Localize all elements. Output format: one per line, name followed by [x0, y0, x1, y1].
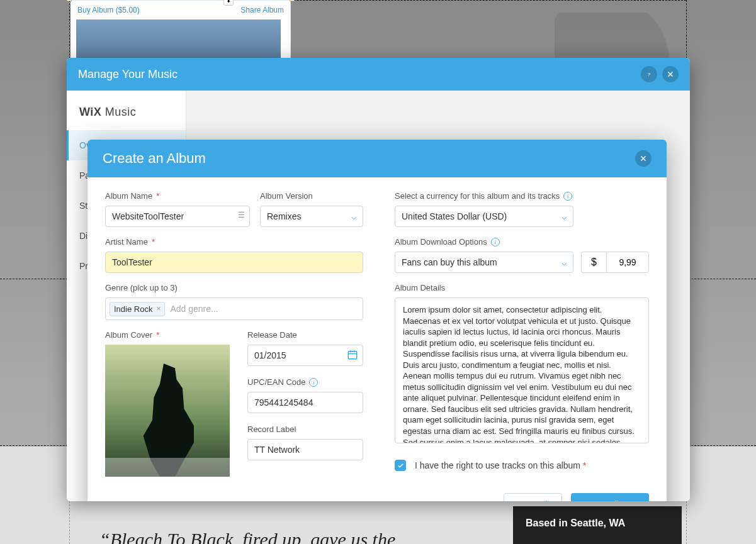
info-icon[interactable]: i [309, 378, 318, 387]
rights-checkbox[interactable] [395, 460, 406, 471]
outer-modal-title: Manage Your Music [78, 68, 636, 81]
album-art [76, 19, 281, 64]
autofill-icon: ☰ [238, 211, 245, 219]
upc-label: UPC/EAN Codei [247, 377, 363, 387]
genre-label: Genre (pick up to 3) [105, 283, 363, 292]
record-label-input[interactable] [247, 439, 363, 460]
remove-tag-icon[interactable]: × [156, 304, 161, 313]
quote-text: “Bleach To Black, fired up, gave us the [99, 529, 395, 544]
inner-modal-title: Create an Album [103, 150, 630, 167]
create-album-modal: Create an Album Album Name* ☰ [87, 140, 667, 501]
inner-modal-header: Create an Album [87, 140, 667, 177]
release-date-input[interactable] [247, 345, 363, 366]
price-input[interactable] [606, 252, 649, 273]
close-button[interactable] [662, 66, 679, 82]
album-version-select[interactable]: Remixes⌵ [260, 206, 363, 227]
upc-input[interactable] [247, 392, 363, 413]
album-details-label: Album Details [395, 283, 649, 292]
chevron-down-icon: ⌵ [561, 257, 567, 267]
genre-input[interactable]: Indie Rock× Add genre... [105, 297, 363, 320]
location-box: Based in Seattle, WA [513, 506, 682, 544]
record-label-label: Record Label [247, 425, 363, 434]
artist-name-input[interactable] [105, 252, 363, 273]
album-cover-label: Album Cover* [105, 330, 230, 340]
album-version-label: Album Version [260, 191, 363, 201]
chevron-down-icon: ⌵ [561, 211, 567, 221]
release-date-label: Release Date [247, 330, 363, 340]
cancel-button[interactable]: Cancel [504, 493, 562, 501]
svg-text:?: ? [648, 72, 651, 77]
buy-album-link[interactable]: Buy Album ($5.00) [71, 1, 146, 19]
calendar-icon[interactable] [347, 349, 358, 363]
save-album-button[interactable]: Save Album [571, 493, 649, 501]
wix-music-logo: WiX Music [67, 106, 186, 130]
genre-placeholder: Add genre... [170, 304, 218, 314]
close-button[interactable] [635, 150, 652, 167]
download-options-label: Album Download Optionsi [395, 237, 649, 247]
rights-label: I have the right to use tracks on this a… [415, 460, 586, 470]
artist-name-label: Artist Name* [105, 237, 363, 247]
share-album-link[interactable]: Share Album [240, 6, 284, 14]
help-button[interactable]: ? [641, 66, 657, 82]
album-cover-image[interactable] [105, 345, 230, 477]
album-name-label: Album Name* [105, 191, 250, 201]
modal-footer: * Required info Cancel Save Album [87, 482, 667, 501]
download-icon[interactable]: ⬇ [223, 0, 234, 6]
genre-tag[interactable]: Indie Rock× [110, 302, 165, 316]
currency-select[interactable]: United States Dollar (USD)⌵ [395, 206, 573, 227]
download-options-select[interactable]: Fans can buy this album⌵ [395, 252, 573, 273]
svg-rect-1 [348, 352, 357, 359]
manage-music-modal: Manage Your Music ? WiX Music Ov Pa St D… [67, 58, 690, 501]
required-note: * Required info [105, 499, 504, 502]
price-currency-symbol: $ [581, 252, 606, 273]
album-name-input[interactable] [105, 206, 250, 227]
outer-modal-header: Manage Your Music ? [67, 58, 690, 91]
info-icon[interactable]: i [563, 192, 572, 201]
currency-label: Select a currency for this album and its… [395, 191, 649, 201]
album-details-textarea[interactable]: Lorem ipsum dolor sit amet, consectetur … [395, 297, 649, 443]
info-icon[interactable]: i [491, 238, 500, 247]
chevron-down-icon: ⌵ [351, 211, 356, 221]
